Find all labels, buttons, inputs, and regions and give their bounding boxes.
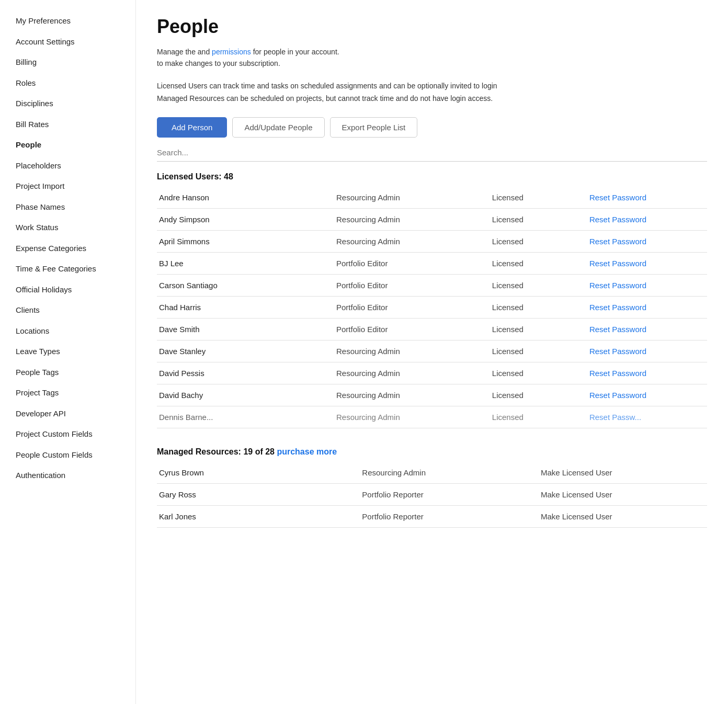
user-name: Cyrus Brown bbox=[157, 462, 358, 484]
sidebar-item-my-preferences[interactable]: My Preferences bbox=[16, 10, 135, 31]
purchase-more-link[interactable]: purchase more bbox=[277, 447, 337, 456]
page-title: People bbox=[157, 16, 707, 38]
sidebar-item-placeholders[interactable]: Placeholders bbox=[16, 155, 135, 176]
table-row: April Simmons Resourcing Admin Licensed … bbox=[157, 231, 707, 253]
user-role: Portfolio Editor bbox=[332, 253, 488, 275]
sidebar-item-clients[interactable]: Clients bbox=[16, 300, 135, 321]
sidebar-item-people[interactable]: People bbox=[16, 134, 135, 155]
description-text: Manage the and bbox=[157, 48, 212, 56]
sidebar-item-people-tags[interactable]: People Tags bbox=[16, 362, 135, 383]
table-row: Gary Ross Portfolio Reporter Make Licens… bbox=[157, 484, 707, 506]
export-button[interactable]: Export People List bbox=[330, 117, 418, 138]
sidebar-item-project-custom-fields[interactable]: Project Custom Fields bbox=[16, 424, 135, 445]
licensed-users-table: Andre Hanson Resourcing Admin Licensed R… bbox=[157, 187, 707, 428]
reset-password-link[interactable]: Reset Password bbox=[585, 253, 707, 275]
reset-password-link[interactable]: Reset Password bbox=[585, 384, 707, 406]
description-text3: to make changes to your subscription. bbox=[157, 59, 280, 67]
make-licensed-link[interactable]: Make Licensed User bbox=[537, 462, 707, 484]
info-line2: Managed Resources can be scheduled on pr… bbox=[157, 93, 707, 105]
user-type: Licensed bbox=[488, 384, 585, 406]
user-type: Licensed bbox=[488, 275, 585, 297]
table-row: Andre Hanson Resourcing Admin Licensed R… bbox=[157, 187, 707, 209]
make-licensed-link[interactable]: Make Licensed User bbox=[537, 484, 707, 506]
sidebar-item-authentication[interactable]: Authentication bbox=[16, 465, 135, 486]
sidebar-item-phase-names[interactable]: Phase Names bbox=[16, 197, 135, 218]
add-person-button[interactable]: Add Person bbox=[157, 117, 227, 138]
description-text2: for people in your account. bbox=[251, 48, 339, 56]
managed-section-title: Managed Resources: 19 of 28 purchase mor… bbox=[157, 447, 707, 457]
button-row: Add Person Add/Update People Export Peop… bbox=[157, 117, 707, 138]
description: Manage the and permissions for people in… bbox=[157, 46, 707, 70]
info-line1: Licensed Users can track time and tasks … bbox=[157, 80, 707, 93]
reset-password-link[interactable]: Reset Password bbox=[585, 319, 707, 340]
user-type: Licensed bbox=[488, 362, 585, 384]
user-name: Karl Jones bbox=[157, 506, 358, 528]
table-row: Dave Stanley Resourcing Admin Licensed R… bbox=[157, 340, 707, 362]
info-block: Licensed Users can track time and tasks … bbox=[157, 80, 707, 105]
sidebar-item-developer-api[interactable]: Developer API bbox=[16, 403, 135, 424]
reset-password-link[interactable]: Reset Password bbox=[585, 297, 707, 319]
table-row: BJ Lee Portfolio Editor Licensed Reset P… bbox=[157, 253, 707, 275]
reset-password-link[interactable]: Reset Password bbox=[585, 275, 707, 297]
permissions-link[interactable]: permissions bbox=[212, 48, 251, 56]
reset-password-link[interactable]: Reset Password bbox=[585, 362, 707, 384]
user-type: Licensed bbox=[488, 253, 585, 275]
user-name: Chad Harris bbox=[157, 297, 332, 319]
user-type: Licensed bbox=[488, 187, 585, 209]
user-type: Licensed bbox=[488, 319, 585, 340]
user-role: Resourcing Admin bbox=[332, 384, 488, 406]
user-role: Resourcing Admin bbox=[332, 406, 488, 428]
main-content: People Manage the and permissions for pe… bbox=[136, 0, 728, 704]
add-update-button[interactable]: Add/Update People bbox=[232, 117, 324, 138]
reset-password-link[interactable]: Reset Password bbox=[585, 187, 707, 209]
table-row: Karl Jones Portfolio Reporter Make Licen… bbox=[157, 506, 707, 528]
user-type: Licensed bbox=[488, 406, 585, 428]
user-role: Resourcing Admin bbox=[332, 187, 488, 209]
table-row: Carson Santiago Portfolio Editor License… bbox=[157, 275, 707, 297]
sidebar-item-leave-types[interactable]: Leave Types bbox=[16, 341, 135, 362]
sidebar-item-expense-categories[interactable]: Expense Categories bbox=[16, 238, 135, 259]
user-role: Resourcing Admin bbox=[358, 462, 537, 484]
sidebar-item-bill-rates[interactable]: Bill Rates bbox=[16, 114, 135, 135]
user-name: David Bachy bbox=[157, 384, 332, 406]
sidebar-item-roles[interactable]: Roles bbox=[16, 73, 135, 94]
user-name: David Pessis bbox=[157, 362, 332, 384]
reset-password-link[interactable]: Reset Password bbox=[585, 340, 707, 362]
user-type: Licensed bbox=[488, 209, 585, 231]
make-licensed-link[interactable]: Make Licensed User bbox=[537, 506, 707, 528]
table-row: Chad Harris Portfolio Editor Licensed Re… bbox=[157, 297, 707, 319]
user-name: Dave Stanley bbox=[157, 340, 332, 362]
user-name: Dennis Barne... bbox=[157, 406, 332, 428]
user-name: Andre Hanson bbox=[157, 187, 332, 209]
sidebar-item-disciplines[interactable]: Disciplines bbox=[16, 93, 135, 114]
sidebar-item-locations[interactable]: Locations bbox=[16, 321, 135, 342]
user-role: Portfolio Editor bbox=[332, 319, 488, 340]
user-type: Licensed bbox=[488, 340, 585, 362]
user-role: Resourcing Admin bbox=[332, 340, 488, 362]
sidebar-item-people-custom-fields[interactable]: People Custom Fields bbox=[16, 445, 135, 465]
reset-password-link[interactable]: Reset Password bbox=[585, 231, 707, 253]
search-input[interactable] bbox=[157, 148, 707, 157]
user-name: Andy Simpson bbox=[157, 209, 332, 231]
managed-title-prefix: Managed Resources: 19 of 28 bbox=[157, 447, 277, 456]
user-name: April Simmons bbox=[157, 231, 332, 253]
sidebar-item-time-fee-categories[interactable]: Time & Fee Categories bbox=[16, 258, 135, 279]
sidebar-item-project-import[interactable]: Project Import bbox=[16, 176, 135, 197]
user-role: Resourcing Admin bbox=[332, 362, 488, 384]
table-row: David Pessis Resourcing Admin Licensed R… bbox=[157, 362, 707, 384]
sidebar-item-work-status[interactable]: Work Status bbox=[16, 217, 135, 238]
table-row: Cyrus Brown Resourcing Admin Make Licens… bbox=[157, 462, 707, 484]
licensed-section-title: Licensed Users: 48 bbox=[157, 172, 707, 181]
reset-password-link[interactable]: Reset Password bbox=[585, 209, 707, 231]
sidebar-item-official-holidays[interactable]: Official Holidays bbox=[16, 279, 135, 300]
user-role: Resourcing Admin bbox=[332, 209, 488, 231]
sidebar-item-account-settings[interactable]: Account Settings bbox=[16, 31, 135, 52]
sidebar-item-project-tags[interactable]: Project Tags bbox=[16, 382, 135, 403]
table-row: Andy Simpson Resourcing Admin Licensed R… bbox=[157, 209, 707, 231]
user-role: Resourcing Admin bbox=[332, 231, 488, 253]
user-role: Portfolio Reporter bbox=[358, 506, 537, 528]
sidebar-item-billing[interactable]: Billing bbox=[16, 52, 135, 73]
reset-password-link[interactable]: Reset Passw... bbox=[585, 406, 707, 428]
user-role: Portfolio Editor bbox=[332, 275, 488, 297]
user-name: Carson Santiago bbox=[157, 275, 332, 297]
